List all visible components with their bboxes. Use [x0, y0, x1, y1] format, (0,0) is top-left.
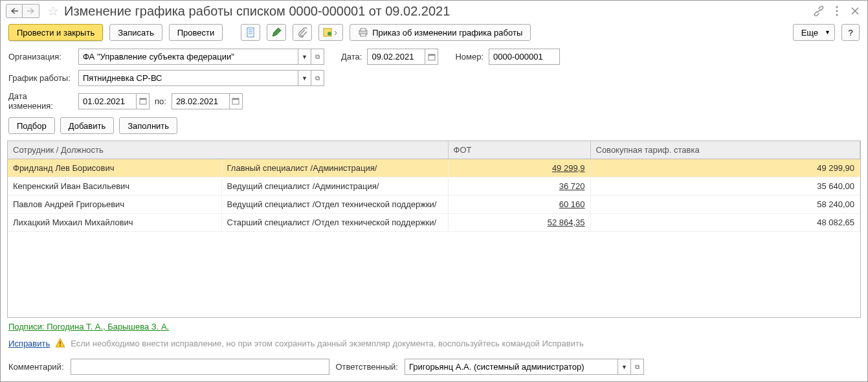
more-menu-button[interactable]: Еще ▼ [793, 24, 835, 41]
table-row[interactable]: Павлов Андрей ГригорьевичВедущий специал… [8, 196, 860, 214]
table-header-row: Сотрудник / Должность ФОТ Совокупная тар… [8, 141, 860, 159]
org-dropdown-icon[interactable]: ▼ [298, 49, 311, 65]
attach-icon-button[interactable] [293, 24, 312, 41]
cell-fot[interactable]: 60 160 [448, 196, 590, 214]
svg-rect-3 [247, 28, 254, 37]
cell-rate: 48 082,65 [590, 214, 860, 232]
svg-rect-13 [428, 54, 435, 56]
cell-employee-name: Кепренский Иван Васильевич [8, 177, 221, 196]
cell-employee-name: Павлов Андрей Григорьевич [8, 196, 221, 214]
org-field: ▼ ⧉ [78, 49, 324, 65]
add-button[interactable]: Добавить [60, 117, 114, 134]
table-row[interactable]: Фридланд Лев БорисовичГлавный специалист… [8, 159, 860, 177]
help-button[interactable]: ? [841, 24, 860, 41]
svg-point-0 [836, 6, 838, 8]
number-field [489, 49, 560, 65]
cell-position: Главный специалист /Администрация/ [221, 159, 448, 177]
col-employee[interactable]: Сотрудник / Должность [8, 141, 448, 159]
date-to-input[interactable] [172, 93, 230, 109]
more-label: Еще [801, 28, 818, 38]
responsible-input[interactable] [405, 359, 618, 375]
form-row-org: Организация: ▼ ⧉ Дата: Номер: [1, 46, 867, 67]
svg-rect-18 [60, 341, 61, 344]
print-order-button[interactable]: Приказ об изменении графика работы [350, 24, 531, 41]
responsible-field: ▼ ⧉ [405, 359, 644, 375]
fix-link[interactable]: Исправить [8, 339, 50, 348]
table-row[interactable]: Кепренский Иван ВасильевичВедущий специа… [8, 177, 860, 196]
link-icon[interactable] [812, 4, 826, 18]
cell-position: Старший специалист /Отдел технической по… [221, 214, 448, 232]
footer-row-2: Комментарий: Ответственный: ▼ ⧉ [1, 355, 867, 381]
date-to-calendar-icon[interactable] [230, 93, 243, 109]
report-icon-button[interactable] [241, 24, 260, 41]
date-input[interactable] [367, 49, 425, 65]
date-to-label: по: [155, 96, 166, 106]
date-from-calendar-icon[interactable] [137, 93, 150, 109]
close-icon[interactable] [848, 4, 862, 18]
fix-hint: Если необходимо внести исправление, но п… [71, 339, 583, 348]
comment-field [71, 359, 329, 375]
titlebar: ☆ Изменение графика работы списком 0000-… [1, 1, 867, 23]
more-tools-icon-button[interactable] [318, 24, 343, 41]
svg-rect-10 [361, 28, 366, 31]
svg-rect-17 [232, 98, 239, 100]
org-open-icon[interactable]: ⧉ [311, 49, 324, 65]
table-row[interactable]: Лихацкий Михаил МихайловичСтарший специа… [8, 214, 860, 232]
schedule-open-icon[interactable]: ⧉ [311, 70, 324, 86]
employees-table-wrap: Сотрудник / Должность ФОТ Совокупная тар… [7, 140, 861, 318]
window: ☆ Изменение графика работы списком 0000-… [0, 0, 868, 382]
comment-label: Комментарий: [8, 362, 64, 372]
signatures-link[interactable]: Подписи: Погодина Т. А., Барышева З. А. [8, 322, 169, 331]
print-order-label: Приказ об изменении графика работы [372, 28, 522, 38]
footer: Подписи: Погодина Т. А., Барышева З. А. … [1, 318, 867, 355]
svg-point-2 [836, 14, 838, 16]
nav-forward-button[interactable] [23, 4, 39, 18]
employees-table: Сотрудник / Должность ФОТ Совокупная тар… [8, 141, 860, 232]
warn-line: Исправить Если необходимо внести исправл… [8, 338, 860, 348]
favorite-star-icon[interactable]: ☆ [47, 3, 59, 19]
form-row-dates: Дата изменения: по: [1, 89, 867, 113]
cell-fot[interactable]: 52 864,35 [448, 214, 590, 232]
post-button[interactable]: Провести [169, 24, 223, 41]
schedule-dropdown-icon[interactable]: ▼ [298, 70, 311, 86]
col-rate[interactable]: Совокупная тариф. ставка [590, 141, 860, 159]
kebab-menu-icon[interactable] [830, 4, 844, 18]
schedule-field: ▼ ⧉ [78, 70, 324, 86]
cell-rate: 35 640,00 [590, 177, 860, 196]
svg-rect-15 [140, 98, 146, 100]
date-calendar-icon[interactable] [425, 49, 438, 65]
date-from-field [78, 93, 150, 109]
schedule-label: График работы: [8, 73, 73, 83]
table-actions-row: Подбор Добавить Заполнить [1, 113, 867, 138]
schedule-input[interactable] [78, 70, 298, 86]
nav-back-button[interactable] [6, 4, 23, 18]
svg-rect-11 [361, 34, 366, 36]
pick-button[interactable]: Подбор [8, 117, 55, 134]
date-from-input[interactable] [78, 93, 137, 109]
cell-position: Ведущий специалист /Администрация/ [221, 177, 448, 196]
number-label: Номер: [455, 52, 484, 62]
fill-button[interactable]: Заполнить [119, 117, 177, 134]
edit-icon-button[interactable] [267, 24, 286, 41]
col-fot[interactable]: ФОТ [448, 141, 590, 159]
svg-point-8 [328, 32, 331, 36]
change-date-label: Дата изменения: [8, 91, 73, 111]
number-input[interactable] [489, 49, 560, 65]
date-label: Дата: [341, 52, 362, 62]
toolbar: Провести и закрыть Записать Провести При… [1, 23, 867, 46]
responsible-label: Ответственный: [336, 362, 398, 372]
window-title: Изменение графика работы списком 0000-00… [64, 4, 450, 19]
svg-point-1 [836, 10, 838, 12]
org-label: Организация: [8, 52, 73, 62]
cell-fot[interactable]: 36 720 [448, 177, 590, 196]
cell-fot[interactable]: 49 299,9 [448, 159, 590, 177]
cell-employee-name: Лихацкий Михаил Михайлович [8, 214, 221, 232]
responsible-open-icon[interactable]: ⧉ [631, 359, 644, 375]
org-input[interactable] [78, 49, 298, 65]
responsible-dropdown-icon[interactable]: ▼ [618, 359, 631, 375]
date-to-field [172, 93, 243, 109]
save-button[interactable]: Записать [109, 24, 162, 41]
post-and-close-button[interactable]: Провести и закрыть [8, 24, 103, 41]
form-row-schedule: График работы: ▼ ⧉ [1, 67, 867, 89]
comment-input[interactable] [71, 359, 329, 375]
